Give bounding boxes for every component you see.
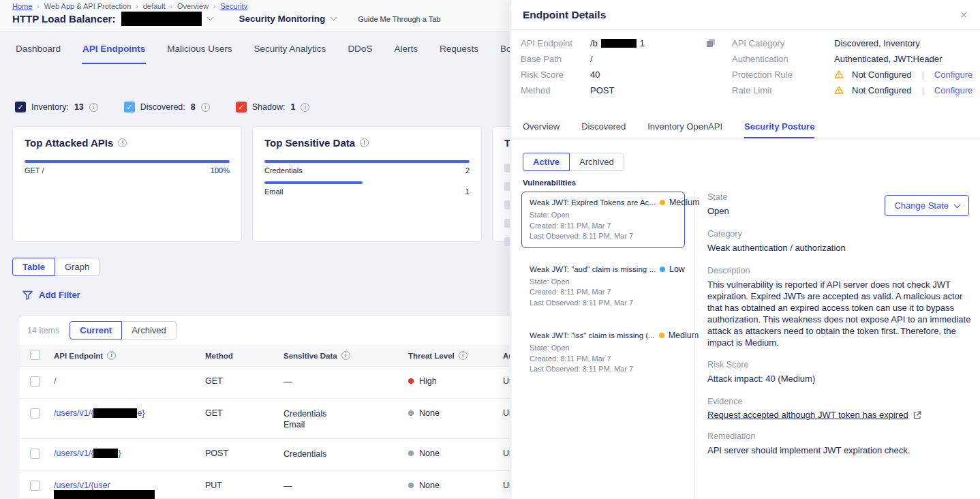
- endpoint-link[interactable]: /: [54, 376, 205, 386]
- add-filter-label: Add Filter: [39, 290, 80, 300]
- sensitive-cell: Credentials: [284, 449, 408, 459]
- tab-requests[interactable]: Requests: [439, 44, 479, 64]
- tab-security-posture[interactable]: Security Posture: [744, 121, 814, 138]
- configure-rate-limit-link[interactable]: Configure: [934, 85, 973, 95]
- row-checkbox[interactable]: [30, 481, 40, 491]
- bar: [264, 160, 470, 163]
- detail-label: API Category: [732, 38, 834, 48]
- description-text: This vulnerability is reported if API se…: [707, 279, 979, 348]
- vuln-meta: State: Open Created: 8:11 PM, Mar 7 Last…: [530, 343, 677, 375]
- vulnerability-card[interactable]: Weak JWT: "aud" claim is missing ... Low…: [521, 258, 685, 315]
- info-icon[interactable]: i: [89, 103, 98, 112]
- row-checkbox[interactable]: [30, 376, 40, 387]
- active-button[interactable]: Active: [523, 153, 570, 171]
- endpoint-link[interactable]: /users/v1/{e}: [54, 408, 205, 418]
- info-icon[interactable]: i: [360, 138, 369, 147]
- copy-icon[interactable]: [706, 38, 716, 50]
- base-path-value: /: [590, 54, 593, 64]
- endpoint-link[interactable]: /users/v1/{}: [54, 449, 205, 458]
- add-filter-button[interactable]: Add Filter: [22, 290, 80, 300]
- info-icon[interactable]: i: [301, 103, 309, 112]
- tab-inventory-openapi[interactable]: Inventory OpenAPI: [647, 121, 722, 138]
- threat-dot: [408, 451, 414, 456]
- inventory-checkbox[interactable]: ✓: [15, 102, 26, 112]
- divider: |: [921, 70, 923, 80]
- row-checkbox[interactable]: [30, 449, 40, 459]
- detail-label: Risk Score: [521, 70, 590, 80]
- current-button[interactable]: Current: [70, 321, 122, 339]
- breadcrumb-overview[interactable]: Overview: [177, 2, 209, 10]
- tab-overview[interactable]: Overview: [523, 121, 560, 138]
- close-icon[interactable]: ✕: [960, 10, 968, 20]
- filter-discovered: ✓ Discovered: 8 i: [124, 102, 210, 112]
- bar-item: Credentials 2: [264, 160, 470, 175]
- vulnerability-list: Weak JWT: Expired Tokens are Ac... Mediu…: [521, 192, 685, 391]
- tab-api-endpoints[interactable]: API Endpoints: [82, 44, 146, 64]
- sensitive-cell: —: [284, 481, 408, 492]
- panel-tabs: Overview Discovered Inventory OpenAPI Se…: [510, 120, 980, 138]
- monitoring-selector[interactable]: Security Monitoring: [239, 14, 325, 24]
- breadcrumb-separator: ›: [37, 3, 39, 10]
- info-icon[interactable]: i: [201, 103, 210, 112]
- change-state-button[interactable]: Change State: [885, 195, 969, 216]
- tab-alerts[interactable]: Alerts: [393, 44, 418, 64]
- external-link-icon[interactable]: [913, 411, 921, 419]
- discovered-checkbox[interactable]: ✓: [124, 102, 135, 112]
- divider: |: [921, 85, 923, 95]
- tab-malicious-users[interactable]: Malicious Users: [166, 44, 232, 64]
- archived-button[interactable]: Archived: [121, 321, 177, 339]
- bar-label: Credentials: [264, 166, 303, 175]
- table-view-button[interactable]: Table: [12, 258, 55, 276]
- col-threat-level[interactable]: Threat Level: [408, 352, 455, 360]
- tab-security-analytics[interactable]: Security Analytics: [254, 44, 327, 64]
- chevron-down-icon[interactable]: [331, 14, 337, 21]
- breadcrumb-default[interactable]: default: [143, 2, 166, 10]
- tab-ddos[interactable]: DDoS: [347, 44, 373, 64]
- evidence-link[interactable]: Request accepted although JWT token has …: [707, 410, 908, 420]
- info-icon[interactable]: i: [459, 351, 468, 360]
- info-icon[interactable]: i: [341, 351, 350, 360]
- col-api-endpoint[interactable]: API Endpoint: [54, 352, 103, 360]
- guide-me-link[interactable]: Guide Me Through a Tab: [358, 15, 440, 23]
- info-icon[interactable]: i: [118, 138, 127, 147]
- filter-label: Inventory:: [31, 102, 69, 112]
- risk-score-value: 40: [590, 70, 600, 80]
- vulnerability-card[interactable]: Weak JWT: "iss" claim is missing (... Me…: [521, 324, 685, 381]
- protection-rule-value: Not Configured | Configure: [834, 70, 973, 80]
- chevron-down-icon[interactable]: [207, 14, 214, 21]
- row-checkbox[interactable]: [30, 408, 40, 419]
- vulnerability-card[interactable]: Weak JWT: Expired Tokens are Ac... Mediu…: [521, 192, 685, 248]
- breadcrumb-waap[interactable]: Web App & API Protection: [44, 2, 132, 10]
- threat-dot: [408, 410, 414, 416]
- threat-dot: [408, 378, 414, 384]
- filter-count: 13: [74, 102, 84, 112]
- redacted-loadbalancer-name[interactable]: [121, 12, 202, 26]
- vulnerabilities-heading: Vulnerabilities: [523, 179, 576, 187]
- detail-label: Method: [521, 85, 590, 95]
- breadcrumb-home[interactable]: Home: [12, 2, 32, 10]
- endpoint-link[interactable]: /users/v1/{user: [54, 481, 205, 499]
- tab-dashboard[interactable]: Dashboard: [15, 44, 61, 64]
- bar-value: 1: [465, 187, 470, 196]
- panel-title: Endpoint Details: [523, 9, 606, 21]
- bar-label: Email: [264, 187, 284, 196]
- tab-discovered[interactable]: Discovered: [581, 121, 626, 138]
- configure-protection-link[interactable]: Configure: [934, 70, 973, 80]
- breadcrumb-security[interactable]: Security: [220, 2, 247, 10]
- redacted-endpoint: [601, 39, 637, 48]
- remediation-label: Remediation: [707, 431, 969, 442]
- col-method[interactable]: Method: [205, 352, 284, 360]
- archived-button[interactable]: Archived: [569, 153, 624, 171]
- description-label: Description: [707, 265, 969, 276]
- severity-dot: [660, 267, 665, 272]
- remediation-text: API server should implement JWT expirati…: [707, 444, 969, 457]
- select-all-checkbox[interactable]: [30, 350, 40, 360]
- info-icon[interactable]: i: [107, 351, 116, 360]
- view-toggle: Table Graph: [12, 258, 99, 276]
- warning-icon: [834, 86, 844, 94]
- shadow-checkbox[interactable]: ✓: [236, 102, 247, 112]
- threat-cell: None: [408, 449, 503, 458]
- bar-value: 100%: [211, 166, 230, 175]
- graph-view-button[interactable]: Graph: [55, 258, 99, 276]
- col-sensitive-data[interactable]: Sensitive Data: [284, 352, 337, 360]
